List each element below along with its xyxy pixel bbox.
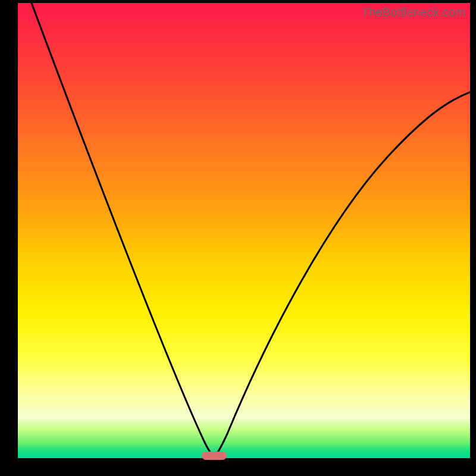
chart-frame: TheBottleneck.com bbox=[0, 0, 476, 476]
plot-area: TheBottleneck.com bbox=[18, 3, 470, 458]
curve-path bbox=[32, 3, 470, 456]
minimum-marker bbox=[202, 452, 227, 460]
bottleneck-curve bbox=[18, 3, 470, 458]
